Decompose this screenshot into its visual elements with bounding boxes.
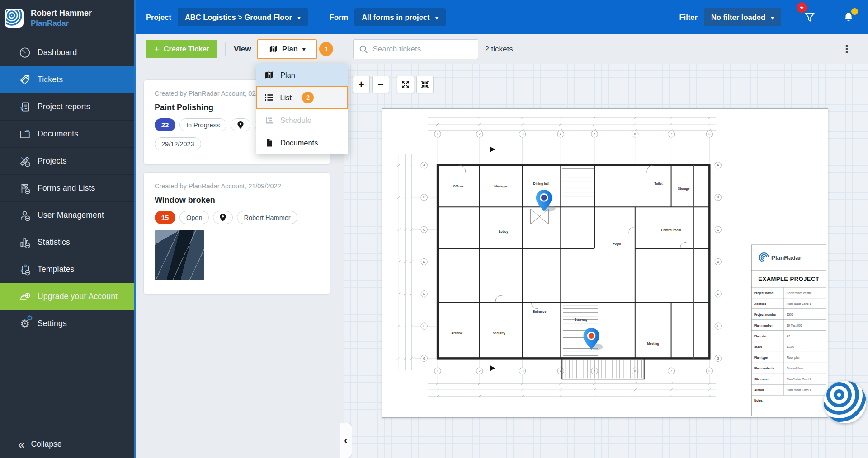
view-mode-dropdown[interactable]: Plan [257, 39, 317, 59]
user-name: Robert Hammer [31, 8, 92, 19]
grid-marker-label: F [717, 324, 719, 327]
sidebar-collapse-button[interactable]: Collapse [0, 430, 134, 458]
sidebar-item-label: User Management [38, 210, 104, 220]
table-row-value: 19 Test 001 [787, 324, 802, 327]
grid-marker-label: 3 [522, 369, 524, 373]
grid-marker-label: B [423, 196, 425, 199]
grid-marker-label: G [717, 357, 719, 360]
sidebar-item-dashboard[interactable]: Dashboard [0, 39, 134, 66]
project-label: Project [146, 13, 171, 22]
grid-marker-label: 2 [479, 369, 481, 373]
view-mode-menu: Plan List 2 Schedule Documents [256, 64, 348, 154]
compress-icon [420, 80, 429, 89]
sidebar-item-project-reports[interactable]: Project reports [0, 93, 134, 120]
ticket-card-window-broken[interactable]: Created by PlanRadar Account, 21/09/2022… [143, 172, 330, 295]
table-row-label: Address [754, 302, 766, 305]
ticket-created-text: Created by PlanRadar Account, 21/09/2022 [155, 182, 319, 190]
schedule-icon [264, 116, 274, 125]
reset-view-button[interactable] [416, 76, 434, 93]
grid-marker-label: F [423, 324, 425, 327]
user-account-button[interactable]: Robert Hammer PlanRadar [0, 0, 134, 36]
menu-item-plan[interactable]: Plan [256, 64, 348, 86]
sidebar-item-upgrade-account[interactable]: Upgrade your Account [0, 283, 134, 310]
sidebar-item-forms-and-lists[interactable]: Forms and Lists [0, 174, 134, 201]
zoom-in-icon [358, 79, 364, 91]
sidebar-item-label: Templates [38, 265, 75, 274]
menu-item-list[interactable]: List 2 [256, 86, 348, 109]
ticket-title: Window broken [155, 196, 319, 205]
room-label: Meeting [647, 342, 659, 346]
zoom-out-button[interactable] [372, 76, 389, 93]
project-selector[interactable]: ABC Logistics > Ground Floor [178, 8, 308, 26]
location-pin-icon [220, 214, 226, 221]
grid-marker-label: A [423, 164, 425, 167]
search-input[interactable] [353, 39, 478, 59]
status-badge: In Progress [179, 118, 226, 131]
table-row-label: Scale [754, 345, 762, 348]
sidebar-item-templates[interactable]: Templates [0, 256, 134, 283]
table-row-label: Plan size [754, 335, 767, 338]
plus-icon [154, 44, 160, 54]
fit-to-screen-button[interactable] [397, 76, 414, 93]
filter-selector[interactable]: No filter loaded [704, 8, 781, 26]
floor-plan-sheet[interactable]: 1122334455667788AABBCCDDEEFFGG [382, 108, 828, 418]
plan-zoom-controls [353, 76, 434, 93]
plan-viewer: 1122334455667788AABBCCDDEEFFGG [344, 64, 868, 458]
table-row-label: Site owner [754, 378, 770, 381]
room-label: Archive [451, 332, 463, 335]
map-icon [264, 70, 274, 79]
grid-marker-label: C [717, 228, 719, 231]
grid-marker-label: 8 [709, 132, 711, 136]
location-pin-icon [237, 121, 244, 129]
favorite-star-badge [797, 2, 807, 13]
grid-marker-label: B [717, 196, 719, 199]
ticket-number-badge: 22 [155, 118, 175, 131]
planradar-app: Robert Hammer PlanRadar Dashboard Ticket… [0, 0, 868, 458]
ticket-photo-thumbnail[interactable] [155, 230, 204, 280]
sidebar-item-tickets[interactable]: Tickets [0, 66, 134, 93]
sidebar-item-label: Upgrade your Account [38, 292, 118, 301]
grid-marker-label: 1 [437, 369, 439, 373]
section-arrow-icon [490, 365, 495, 371]
tickets-icon [18, 73, 32, 87]
zoom-in-button[interactable] [353, 76, 370, 93]
room-label: Lobby [499, 230, 508, 234]
grid-marker-label: 3 [522, 132, 524, 136]
room-label: Stairway [575, 318, 588, 322]
collapse-chevrons-icon [18, 439, 24, 450]
zoom-out-icon [377, 79, 383, 91]
grid-marker-label: 7 [670, 369, 672, 373]
menu-item-documents[interactable]: Documents [256, 131, 348, 154]
sidebar-item-label: Projects [38, 156, 67, 166]
sidebar-item-documents[interactable]: Documents [0, 120, 134, 147]
panel-collapse-tab[interactable] [340, 423, 352, 458]
upgrade-icon [18, 290, 32, 304]
filter-funnel-button[interactable] [802, 9, 817, 25]
room-label: Toilet [655, 182, 663, 185]
tickets-toolbar: Create Ticket View Plan 1 2 tickets [136, 34, 868, 64]
topbar: Project ABC Logistics > Ground Floor For… [136, 0, 868, 34]
sidebar-item-statistics[interactable]: Statistics [0, 229, 134, 256]
list-count-badge: 2 [302, 92, 314, 103]
notifications-button[interactable] [841, 9, 856, 25]
more-options-button[interactable] [840, 42, 854, 57]
form-selector[interactable]: All forms in project [354, 8, 445, 26]
search-icon [359, 44, 368, 54]
user-org: PlanRadar [31, 19, 92, 28]
menu-item-schedule: Schedule [256, 109, 348, 131]
grid-marker-label: C [423, 228, 425, 231]
table-row-value: Ground floor [787, 367, 804, 370]
statistics-icon [18, 236, 32, 249]
sidebar-item-user-management[interactable]: User Management [0, 201, 134, 229]
sidebar-item-projects[interactable]: Projects [0, 147, 134, 174]
sidebar-nav: Dashboard Tickets Project reports [0, 39, 134, 337]
sidebar-item-settings[interactable]: Settings [0, 310, 134, 337]
table-row-value: 1501 [787, 313, 793, 316]
create-ticket-button[interactable]: Create Ticket [146, 40, 217, 58]
room-label: Dining hall [533, 182, 550, 186]
settings-icon [18, 317, 32, 331]
sidebar: Robert Hammer PlanRadar Dashboard Ticket… [0, 0, 136, 458]
assignee-chip: Robert Hammer [237, 211, 297, 224]
room-label: Foyer [613, 242, 621, 246]
room-label: Control room [661, 229, 681, 232]
